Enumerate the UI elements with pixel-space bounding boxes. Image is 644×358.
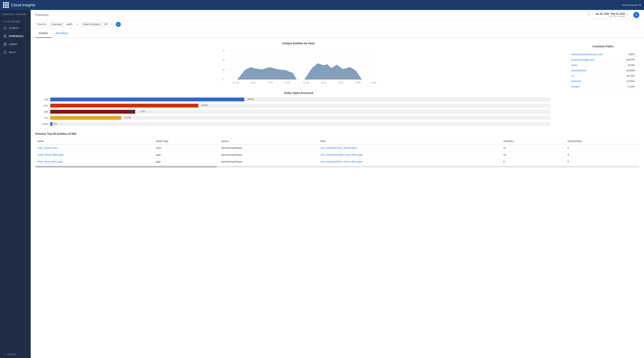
- path-link-3[interactable]: development/: [571, 69, 586, 72]
- tab-all-activity[interactable]: All Activtiy: [52, 29, 72, 38]
- bar-pct-docx: 29.6%: [201, 104, 208, 107]
- date-range-line2: 9:01 PM 2:34 AM: [595, 15, 625, 17]
- table-row: River Shop Lifters.pptx pptx demoGroupSh…: [35, 158, 640, 165]
- col-name[interactable]: Name: [35, 138, 154, 144]
- date-dropdown-icon: ▼: [626, 14, 628, 16]
- gear-icon: [3, 42, 7, 46]
- path-link-6[interactable]: merger/: [571, 85, 580, 88]
- bar-fill-docx: 29.6%: [50, 104, 198, 107]
- bar-label-docx: docx: [39, 104, 48, 107]
- top-nav: Cloud Insights Amit Schwartz: [0, 0, 644, 10]
- bar-label-pptx: pptx: [39, 110, 48, 113]
- path-row-4: hr/ 16.74%: [571, 73, 635, 79]
- col-path[interactable]: Path: [318, 138, 501, 144]
- filter-noise-close[interactable]: ✕: [109, 22, 114, 26]
- add-filter-button[interactable]: +: [116, 22, 121, 27]
- tab-entities[interactable]: Entities: [35, 29, 52, 38]
- page-title: Forensics: [35, 13, 48, 17]
- bar-track-xlsx: 14.2%: [50, 116, 550, 120]
- path-link-2[interactable]: sales/: [571, 64, 578, 66]
- row1-name[interactable]: Arden Shop Lifters.pptx: [38, 153, 64, 156]
- table-row: Asim_Roach.docx docx demoGroupShares /vo…: [35, 144, 640, 151]
- row1-path[interactable]: /vol_cifs/Sales/Arden Shop Lifters.pptx: [320, 153, 363, 156]
- entities-table: Name Entity Type Device Path Activities …: [35, 138, 640, 165]
- path-link-0[interactable]: /demoGroupShares/vol_cifs/: [571, 53, 602, 56]
- bar-label-tmp: tmp: [39, 98, 48, 101]
- sidebar-item-alerts[interactable]: ALERTS: [0, 24, 31, 32]
- x-label-1800-2: 18:00: [355, 81, 361, 84]
- path-link-4[interactable]: hr/: [571, 74, 574, 77]
- svg-point-0: [4, 35, 6, 37]
- row0-activities: 12: [501, 144, 565, 151]
- path-link-1[interactable]: productmanagement/: [571, 58, 595, 61]
- bar-row-crypto: crypto 0.4%: [39, 122, 550, 126]
- bar-label-crypto: crypto: [39, 123, 48, 125]
- filter-noise-value: Off: [102, 22, 109, 26]
- common-paths-title: Common Paths: [571, 45, 635, 48]
- bar-track-tmp: 38.8%: [50, 97, 550, 101]
- date-range-picker[interactable]: Apr 28, 2020 - May 01, 2020 9:01 PM 2:34…: [593, 11, 631, 19]
- table-scrollbar[interactable]: [35, 166, 640, 167]
- topbar: Forensics ⓘ Apr 28, 2020 - May 01, 2020 …: [31, 10, 644, 20]
- row1-communities: 0: [565, 151, 640, 158]
- row2-name[interactable]: River Shop Lifters.pptx: [38, 160, 63, 163]
- app-grid-icon[interactable]: [3, 2, 9, 8]
- bar-row-tmp: tmp 38.8%: [39, 97, 550, 101]
- row0-name[interactable]: Asim_Roach.docx: [38, 146, 58, 149]
- bar-pct-xlsx: 14.2%: [124, 116, 131, 119]
- row2-activities: 9: [501, 158, 565, 165]
- y-label-25: 25: [222, 69, 224, 71]
- charts-area: Unique Entities by Hour 75 50 25 0: [31, 38, 644, 132]
- area-chart-fill2: [297, 63, 375, 79]
- path-pct-3: 19.83%: [626, 69, 635, 72]
- bar-chart: tmp 38.8% docx: [35, 97, 562, 126]
- path-pct-2: 23.5%: [628, 64, 635, 66]
- filter-username-close[interactable]: ✕: [74, 22, 80, 26]
- path-link-5[interactable]: financial/: [571, 80, 581, 83]
- bar-row-pptx: pptx 17%: [39, 110, 550, 114]
- minimize-button[interactable]: Minimize: [0, 351, 31, 358]
- x-label-1200-1: 12:00: [268, 81, 273, 84]
- path-row-0: /demoGroupShares/vol_cifs/ 100%: [571, 52, 635, 57]
- common-paths: Common Paths /demoGroupShares/vol_cifs/ …: [566, 41, 640, 92]
- path-row-2: sales/ 23.5%: [571, 62, 635, 68]
- bell-icon: [3, 26, 7, 30]
- sidebar-item-forensics[interactable]: FORENSICS: [0, 32, 31, 40]
- bar-pct-pptx: 17%: [140, 110, 145, 113]
- row1-activities: 10: [501, 151, 565, 158]
- col-activities[interactable]: Activities ↓: [501, 138, 565, 144]
- monitor-section-label: MONITOR & OPTIMIZE: [0, 10, 31, 17]
- row2-type: pptx: [154, 158, 219, 165]
- bar-row-docx: docx 29.6%: [39, 104, 550, 107]
- x-label-0600-1: 06:00: [250, 81, 256, 84]
- user-caret-icon: [639, 4, 641, 5]
- sidebar-item-help[interactable]: HELP: [0, 48, 31, 56]
- user-name: Amit Schwartz: [622, 4, 638, 6]
- table-title: Preview Top 50 Entities of 500: [35, 132, 640, 135]
- user-menu[interactable]: Amit Schwartz: [622, 4, 641, 6]
- x-label-1may: 1. May: [370, 81, 377, 84]
- forensics-label: FORENSICS: [9, 35, 24, 37]
- table-scroll-thumb[interactable]: [35, 166, 216, 167]
- col-communities[interactable]: Communities: [565, 138, 640, 144]
- x-label-1200-2: 12:00: [338, 81, 344, 84]
- row0-communities: 0: [565, 144, 640, 151]
- refresh-button[interactable]: ↻: [633, 12, 640, 18]
- col-entity-type[interactable]: Entity Type: [154, 138, 219, 144]
- info-icon: [3, 50, 7, 54]
- filter-tag-username: Username us001 ✕: [50, 22, 80, 27]
- path-row-1: productmanagement/ 26.87%: [571, 57, 635, 62]
- bar-fill-xlsx: 14.2%: [50, 116, 121, 120]
- line-chart-svg: 75 50 25 0: [35, 48, 562, 86]
- path-row-3: development/ 19.83%: [571, 68, 635, 73]
- path-row-5: financial/ 12.55%: [571, 79, 635, 84]
- row0-path[interactable]: /vol_cifs/Sales/Asim_Roach.docx: [320, 146, 357, 149]
- table-row: Arden Shop Lifters.pptx pptx demoGroupSh…: [35, 151, 640, 158]
- y-label-50: 50: [222, 59, 224, 61]
- x-label-0600-2: 06:00: [321, 81, 326, 84]
- info-circle-icon[interactable]: ⓘ: [588, 13, 590, 17]
- row2-path[interactable]: /vol_cifs/Sales/River Shop Lifters.pptx: [320, 160, 362, 163]
- col-device[interactable]: Device: [219, 138, 318, 144]
- row1-type: pptx: [154, 151, 219, 158]
- sidebar-item-admin[interactable]: ADMIN: [0, 40, 31, 48]
